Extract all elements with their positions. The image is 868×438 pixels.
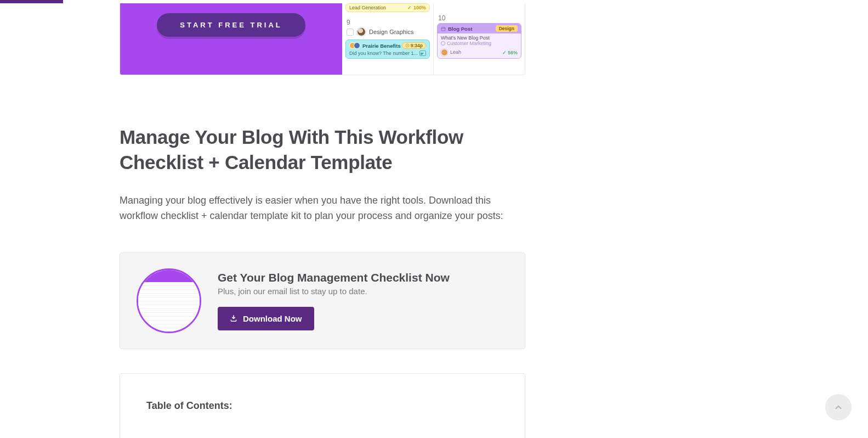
scroll-to-top-button[interactable] — [825, 394, 852, 420]
cta-subtitle: Plus, join our email list to stay up to … — [218, 287, 450, 296]
download-cta-box: Get Your Blog Management Checklist Now P… — [120, 252, 525, 349]
card-title: Prairie Benefits — [362, 43, 401, 49]
article-section: Manage Your Blog With This Workflow Chec… — [120, 125, 525, 224]
cta-title: Get Your Blog Management Checklist Now — [218, 271, 450, 284]
chevron-up-icon — [833, 402, 843, 412]
hero-calendar-preview: Lead Generation ✓ 100% 9 Design Graphics… — [342, 3, 525, 75]
calendar-card-teal: Prairie Benefits 9:34p Did you know? The… — [345, 40, 430, 59]
article-heading: Manage Your Blog With This Workflow Chec… — [120, 125, 525, 175]
card-owner: Leah — [441, 49, 461, 56]
avatar-icon — [357, 27, 366, 36]
download-icon — [230, 315, 237, 322]
calendar-icon — [441, 26, 446, 31]
pill-label: Lead Generation — [349, 5, 386, 10]
time-badge: 9:34p — [402, 42, 426, 49]
calendar-day-col-1: Lead Generation ✓ 100% 9 Design Graphics… — [342, 3, 434, 75]
reading-progress-bar — [0, 0, 63, 3]
image-icon — [419, 50, 426, 56]
card-line: Did you know? The number 1... — [349, 50, 418, 56]
calendar-day-number: 9 — [342, 15, 433, 27]
cta-thumbnail — [137, 268, 201, 333]
card-head-tag: Blog Post — [448, 26, 472, 32]
calendar-card-purple: Blog Post Design What's New Blog Post Cu… — [437, 23, 521, 59]
card-progress: 56% — [502, 50, 518, 55]
card-body-line2: Customer Marketing — [441, 41, 518, 46]
article-paragraph: Managing your blog effectively is easier… — [120, 193, 525, 224]
pill-status: ✓ 100% — [407, 5, 426, 10]
task-label: Design Graphics — [369, 29, 413, 35]
card-body-line1: What's New Blog Post — [441, 35, 518, 41]
hero-card: START FREE TRIAL Lead Generation ✓ 100% … — [120, 3, 525, 75]
toc-title: Table of Contents: — [146, 400, 498, 412]
clock-icon — [405, 43, 410, 48]
avatar-icon — [441, 49, 448, 56]
table-of-contents-box: Table of Contents: — [120, 373, 525, 438]
hero-left-panel: START FREE TRIAL — [120, 3, 342, 75]
calendar-day-col-2: 10 Blog Post Design What's New Blog Post… — [434, 3, 525, 75]
avatar-pair-icon — [349, 42, 360, 49]
calendar-day-number: 10 — [434, 11, 525, 23]
download-now-button[interactable]: Download Now — [218, 307, 314, 330]
svg-rect-1 — [441, 27, 445, 30]
card-head-label: Design — [496, 25, 518, 32]
calendar-task-line: Design Graphics — [342, 27, 433, 40]
start-free-trial-button[interactable]: START FREE TRIAL — [157, 13, 305, 37]
calendar-pill-lead-gen: Lead Generation ✓ 100% — [345, 3, 430, 12]
checkbox-icon — [347, 29, 354, 36]
